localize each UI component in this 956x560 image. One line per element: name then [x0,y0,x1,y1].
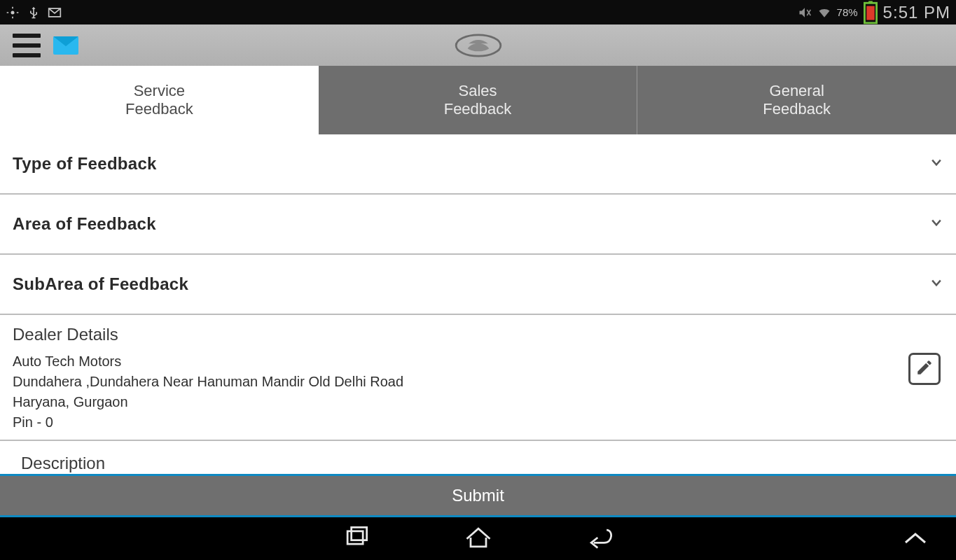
dropdown-label: Area of Feedback [13,214,156,234]
brand-logo [454,33,503,58]
tab-service-feedback[interactable]: Service Feedback [0,66,319,134]
clock: 5:51 PM [883,3,950,22]
gps-icon [6,6,20,20]
description-label: Description [21,454,935,473]
dropdown-label: SubArea of Feedback [13,274,188,294]
usb-icon [27,6,41,20]
android-status-bar: 78% 5:51 PM [0,0,956,24]
edit-dealer-button[interactable] [908,353,941,385]
svg-rect-3 [866,6,874,20]
chevron-down-icon [929,276,943,293]
battery-pct: 78% [837,6,858,18]
form-content: Type of Feedback Area of Feedback SubAre… [0,134,956,474]
dealer-pin: Pin - 0 [13,412,943,433]
status-right: 78% 5:51 PM [798,3,950,22]
tab-label: General Feedback [763,82,831,119]
recent-apps-button[interactable] [341,522,372,556]
chevron-down-icon [929,216,943,232]
tab-sales-feedback[interactable]: Sales Feedback [319,66,638,134]
dropdown-label: Type of Feedback [13,154,157,174]
messages-button[interactable] [53,36,78,55]
subarea-of-feedback-dropdown[interactable]: SubArea of Feedback [0,255,956,315]
tab-general-feedback[interactable]: General Feedback [637,66,956,134]
chevron-down-icon [929,155,943,172]
svg-rect-6 [351,527,366,540]
nav-expand-button[interactable] [903,530,928,548]
battery-icon [864,6,878,20]
area-of-feedback-dropdown[interactable]: Area of Feedback [0,195,956,255]
dealer-city-state: Haryana, Gurgaon [13,392,943,412]
wifi-icon [817,6,831,20]
app-toolbar [0,24,956,66]
dealer-address: Dundahera ,Dundahera Near Hanuman Mandir… [13,372,943,392]
description-field[interactable]: Description [0,441,956,474]
pencil-icon [915,358,934,379]
submit-button[interactable]: Submit [0,474,956,517]
status-left [6,6,62,20]
svg-rect-2 [868,1,873,4]
mail-status-icon [48,6,62,20]
mute-icon [798,6,812,20]
tab-label: Sales Feedback [444,82,512,119]
dealer-name: Auto Tech Motors [13,351,943,372]
feedback-tabs: Service Feedback Sales Feedback General … [0,66,956,134]
home-button[interactable] [463,522,494,556]
back-button[interactable] [585,522,616,556]
menu-button[interactable] [13,34,41,57]
dealer-details-title: Dealer Details [13,325,943,344]
submit-label: Submit [452,486,504,505]
android-nav-bar [0,517,956,560]
dealer-details: Dealer Details Auto Tech Motors Dundaher… [0,315,956,441]
svg-point-0 [11,10,15,14]
type-of-feedback-dropdown[interactable]: Type of Feedback [0,134,956,195]
dealer-details-text: Auto Tech Motors Dundahera ,Dundahera Ne… [13,351,943,433]
svg-rect-5 [347,531,363,543]
tab-label: Service Feedback [125,82,193,119]
